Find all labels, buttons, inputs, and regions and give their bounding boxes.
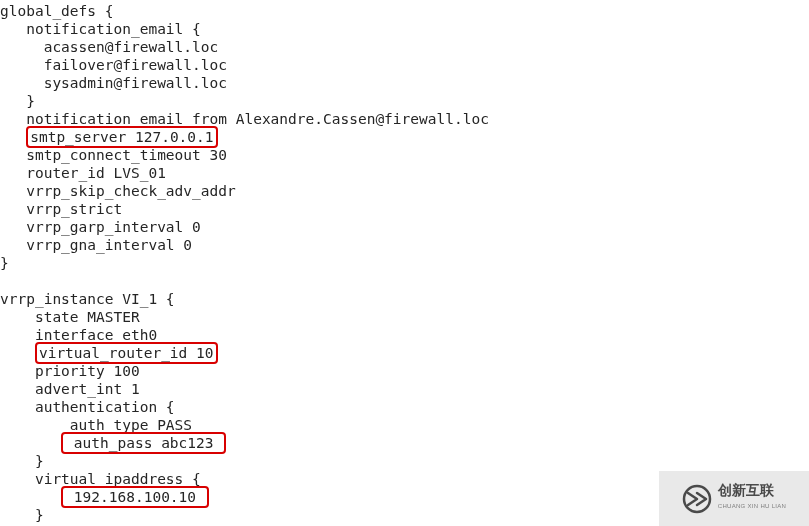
cfg-indent	[0, 345, 35, 361]
cfg-indent	[0, 489, 61, 505]
cfg-line: smtp_connect_timeout 30	[0, 147, 227, 163]
cfg-line: vrrp_strict	[0, 201, 122, 217]
cfg-line: vrrp_instance VI_1 {	[0, 291, 175, 307]
watermark-badge: 创新互联 CHUANG XIN HU LIAN	[659, 471, 809, 526]
highlight-virtual-router-id: virtual_router_id 10	[35, 342, 218, 364]
cfg-line: interface eth0	[0, 327, 157, 343]
cfg-line: vrrp_garp_interval 0	[0, 219, 201, 235]
cfg-line: auth_type PASS	[0, 417, 192, 433]
highlight-smtp-server: smtp_server 127.0.0.1	[26, 126, 217, 148]
brand-name: 创新互联	[718, 483, 786, 497]
cfg-line: authentication {	[0, 399, 175, 415]
cfg-line: router_id LVS_01	[0, 165, 166, 181]
cfg-line: }	[0, 453, 44, 469]
cfg-line: sysadmin@firewall.loc	[0, 75, 227, 91]
cfg-line: }	[0, 507, 44, 523]
cfg-line: }	[0, 93, 35, 109]
highlight-auth-pass: auth_pass abc123	[61, 432, 226, 454]
brand-subtitle: CHUANG XIN HU LIAN	[718, 497, 786, 515]
cfg-indent	[0, 129, 26, 145]
brand-logo-icon	[682, 484, 712, 514]
cfg-line: global_defs {	[0, 3, 114, 19]
cfg-line: failover@firewall.loc	[0, 57, 227, 73]
cfg-line: advert_int 1	[0, 381, 140, 397]
cfg-line: vrrp_gna_interval 0	[0, 237, 192, 253]
cfg-line: priority 100	[0, 363, 140, 379]
cfg-line: notification_email {	[0, 21, 201, 37]
cfg-line: }	[0, 255, 9, 271]
cfg-line: notification_email_from Alexandre.Cassen…	[0, 111, 489, 127]
cfg-line: vrrp_skip_check_adv_addr	[0, 183, 236, 199]
cfg-line: state MASTER	[0, 309, 140, 325]
highlight-vip: 192.168.100.10	[61, 486, 209, 508]
cfg-indent	[0, 435, 61, 451]
cfg-line: virtual_ipaddress {	[0, 471, 201, 487]
cfg-line: acassen@firewall.loc	[0, 39, 218, 55]
keepalived-config: global_defs { notification_email { acass…	[0, 2, 489, 524]
